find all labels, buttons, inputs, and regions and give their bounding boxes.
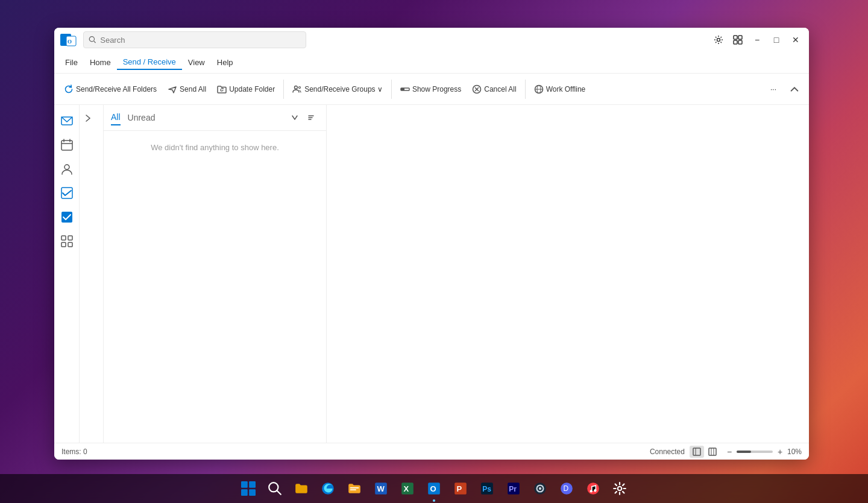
taskbar-discord[interactable]: D [555,476,579,501]
taskbar-discord-icon: D [559,481,574,496]
svg-rect-7 [738,36,742,39]
svg-text:Ps: Ps [482,485,491,493]
svg-point-61 [539,487,541,490]
svg-text:O: O [68,39,72,45]
taskbar-music[interactable] [581,476,605,501]
menu-view[interactable]: View [182,55,211,69]
svg-point-67 [618,487,622,491]
settings-icon [714,35,723,45]
settings-button[interactable] [710,31,727,48]
send-receive-groups-button[interactable]: Send/Receive Groups ∨ [288,81,388,97]
taskbar-edge-icon [321,481,335,496]
chevron-right-icon [84,114,92,122]
taskbar-steam[interactable] [528,476,552,501]
update-folder-button[interactable]: Update Folder [212,81,280,97]
groups-icon [292,84,302,94]
multi-column-view-button[interactable] [705,446,720,458]
taskbar-premiere[interactable]: Pr [502,476,526,501]
zoom-level: 10% [787,448,802,456]
taskbar-excel[interactable]: X [395,476,420,501]
taskbar-photoshop[interactable]: Ps [475,476,499,501]
sidebar-item-mail[interactable] [56,110,78,131]
nav-chevron-button[interactable] [82,112,94,124]
svg-rect-30 [61,242,66,247]
send-receive-all-button[interactable]: Send/Receive All Folders [59,81,162,97]
single-column-view-button[interactable] [690,446,704,458]
layout-button[interactable] [729,31,746,48]
svg-text:P: P [456,484,462,493]
taskbar-start[interactable] [236,476,260,501]
svg-point-25 [64,165,69,169]
taskbar-steam-icon [533,481,547,496]
sidebar-item-calendar[interactable] [56,134,78,156]
svg-point-65 [590,490,593,492]
menu-help[interactable]: Help [211,55,239,69]
taskbar-outlook[interactable]: O [422,476,446,501]
collapse-icon [790,84,799,94]
zoom-in-button[interactable]: + [775,447,785,457]
maximize-button[interactable]: □ [768,31,785,48]
show-progress-button[interactable]: Show Progress [395,81,466,97]
sidebar-item-tasks[interactable] [56,182,78,204]
svg-point-5 [717,39,720,42]
search-box[interactable] [83,31,306,48]
menu-file[interactable]: File [59,55,84,69]
svg-line-45 [277,490,281,495]
close-button[interactable]: ✕ [787,31,804,48]
progress-icon [400,84,410,94]
taskbar-settings[interactable] [608,476,632,501]
refresh-icon [64,84,74,94]
minimize-button[interactable]: − [749,31,766,48]
ribbon-divider-1 [283,80,284,99]
zoom-slider-fill [737,451,751,453]
zoom-out-button[interactable]: − [725,447,734,457]
svg-rect-13 [401,88,404,90]
sidebar-item-people[interactable] [56,158,78,180]
taskbar-powerpoint-icon: P [453,481,468,496]
taskbar-word[interactable]: W [369,476,393,501]
search-input[interactable] [100,36,301,45]
taskbar-premiere-icon: Pr [506,481,521,496]
filter-all[interactable]: All [111,110,121,125]
status-bar: Items: 0 Connected [54,443,809,460]
taskbar-edge[interactable] [316,476,340,501]
svg-line-4 [94,41,96,43]
sidebar-icons [54,105,80,443]
taskbar-files[interactable] [342,476,366,501]
ribbon-collapse-button[interactable] [785,81,804,97]
message-empty: We didn't find anything to show here. [104,131,326,443]
taskbar-search[interactable] [263,476,287,501]
taskbar-explorer-icon [294,481,309,496]
svg-rect-41 [249,481,256,488]
windows-icon [241,481,256,496]
svg-rect-21 [61,141,72,150]
filter-unread[interactable]: Unread [128,110,156,125]
work-offline-button[interactable]: Work Offline [529,81,591,97]
svg-text:X: X [403,484,409,493]
svg-point-66 [594,489,596,492]
sidebar-item-todo[interactable] [56,206,78,228]
taskbar-explorer[interactable] [289,476,313,501]
taskbar: W X O P Ps Pr [0,474,868,503]
taskbar-powerpoint[interactable]: P [448,476,473,501]
title-bar-actions: − □ ✕ [710,31,804,48]
taskbar-word-icon: W [374,481,388,496]
sort-descending-button[interactable] [288,110,302,125]
zoom-slider[interactable] [737,451,773,453]
svg-rect-43 [249,489,256,496]
menu-home[interactable]: Home [84,55,117,69]
ribbon-more-button[interactable]: ··· [766,82,781,96]
connection-status: Connected [650,448,685,456]
menu-send-receive[interactable]: Send / Receive [117,55,182,70]
svg-text:Pr: Pr [509,485,517,493]
svg-text:D: D [564,484,569,493]
menu-bar: File Home Send / Receive View Help [54,52,809,74]
svg-rect-35 [693,448,700,455]
sort-toggle-button[interactable] [304,110,319,125]
view-toggle [690,446,720,458]
cancel-all-button[interactable]: Cancel All [467,81,521,97]
send-all-button[interactable]: Send All [163,81,211,97]
svg-rect-29 [68,236,72,240]
zoom-controls: − + 10% [725,447,802,457]
sidebar-item-apps[interactable] [56,230,78,252]
